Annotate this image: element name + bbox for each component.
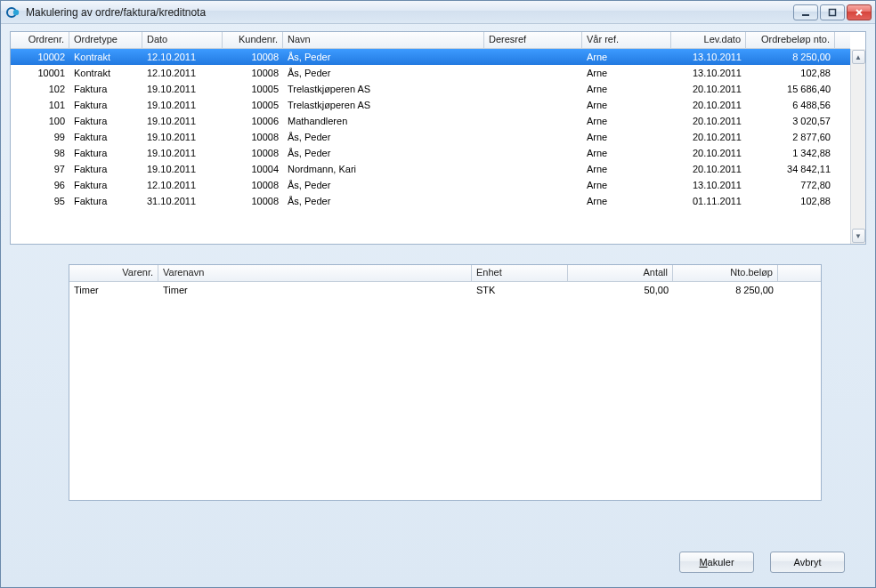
cell: 20.10.2011 [671, 148, 746, 158]
cell: 01.11.2011 [671, 196, 746, 206]
cell: 19.10.2011 [142, 132, 223, 142]
cell: Arne [582, 164, 671, 174]
cell: Faktura [69, 84, 142, 94]
avbryt-label: Avbryt [794, 557, 822, 568]
makuler-button[interactable]: Makuler [679, 552, 754, 573]
cell: Timer [158, 285, 472, 295]
cell: 20.10.2011 [671, 84, 746, 94]
detail-grid[interactable]: Varenr. Varenavn Enhet Antall Nto.beløp … [69, 264, 822, 501]
app-icon [6, 5, 20, 20]
col-enhet[interactable]: Enhet [472, 265, 568, 281]
cell: 31.10.2011 [142, 196, 223, 206]
col-dato[interactable]: Dato [142, 32, 223, 48]
cell: Arne [582, 68, 671, 78]
cell: 95 [11, 196, 69, 206]
cell: 12.10.2011 [142, 52, 223, 62]
cell: Timer [69, 285, 158, 295]
makuler-label-rest: akuler [708, 557, 734, 568]
button-bar: Makuler Avbryt [10, 539, 866, 578]
detail-grid-body[interactable]: TimerTimerSTK50,008 250,00 [69, 282, 821, 298]
col-kundenr[interactable]: Kundenr. [223, 32, 283, 48]
scroll-down-button[interactable]: ▼ [852, 229, 865, 243]
scroll-up-button[interactable]: ▲ [852, 50, 865, 64]
window-frame: Makulering av ordre/faktura/kreditnota O… [0, 0, 876, 588]
cell: 50,00 [568, 285, 673, 295]
cell: Faktura [69, 100, 142, 110]
table-row[interactable]: TimerTimerSTK50,008 250,00 [69, 282, 821, 298]
cell: Ås, Peder [283, 132, 484, 142]
col-ordrenr[interactable]: Ordrenr. [11, 32, 69, 48]
table-row[interactable]: 96Faktura12.10.201110008Ås, PederArne13.… [11, 177, 850, 193]
makuler-accel: M [699, 557, 707, 568]
cell: 97 [11, 164, 69, 174]
cell: 19.10.2011 [142, 100, 223, 110]
cell: 102,88 [746, 68, 835, 78]
cell: Faktura [69, 180, 142, 190]
col-belop[interactable]: Ordrebeløp nto. [746, 32, 835, 48]
cell: 10008 [223, 68, 283, 78]
table-row[interactable]: 99Faktura19.10.201110008Ås, PederArne20.… [11, 129, 850, 145]
table-row[interactable]: 102Faktura19.10.201110005Trelastkjøperen… [11, 81, 850, 97]
cell: 19.10.2011 [142, 84, 223, 94]
col-ntobelop[interactable]: Nto.beløp [673, 265, 778, 281]
cell: Mathandleren [283, 116, 484, 126]
table-row[interactable]: 95Faktura31.10.201110008Ås, PederArne01.… [11, 193, 850, 209]
detail-grid-header[interactable]: Varenr. Varenavn Enhet Antall Nto.beløp [69, 265, 821, 282]
cell: 772,80 [746, 180, 835, 190]
orders-grid-body[interactable]: 10002Kontrakt12.10.201110008Ås, PederArn… [11, 49, 850, 209]
col-ordretype[interactable]: Ordretype [69, 32, 142, 48]
cell: 15 686,40 [746, 84, 835, 94]
cell: Kontrakt [69, 52, 142, 62]
cell: Arne [582, 52, 671, 62]
cell: 20.10.2011 [671, 116, 746, 126]
cell: 8 250,00 [746, 52, 835, 62]
orders-scrollbar[interactable]: ▲ ▼ [850, 49, 865, 244]
cell: 6 488,56 [746, 100, 835, 110]
minimize-button[interactable] [793, 4, 818, 20]
cell: Faktura [69, 148, 142, 158]
cell: Arne [582, 116, 671, 126]
avbryt-button[interactable]: Avbryt [770, 552, 845, 573]
cell: 19.10.2011 [142, 164, 223, 174]
cell: 10008 [223, 52, 283, 62]
col-varenr[interactable]: Varenr. [69, 265, 158, 281]
titlebar[interactable]: Makulering av ordre/faktura/kreditnota [1, 1, 875, 24]
cell: 100 [11, 116, 69, 126]
table-row[interactable]: 10002Kontrakt12.10.201110008Ås, PederArn… [11, 49, 850, 65]
cell: 2 877,60 [746, 132, 835, 142]
col-navn[interactable]: Navn [283, 32, 484, 48]
cell: Nordmann, Kari [283, 164, 484, 174]
cell: Ås, Peder [283, 148, 484, 158]
scroll-track[interactable] [852, 65, 865, 228]
table-row[interactable]: 100Faktura19.10.201110006MathandlerenArn… [11, 113, 850, 129]
table-row[interactable]: 97Faktura19.10.201110004Nordmann, KariAr… [11, 161, 850, 177]
table-row[interactable]: 98Faktura19.10.201110008Ås, PederArne20.… [11, 145, 850, 161]
window-buttons [793, 4, 872, 20]
cell: Arne [582, 196, 671, 206]
col-deresref[interactable]: Deresref [484, 32, 582, 48]
table-row[interactable]: 101Faktura19.10.201110005Trelastkjøperen… [11, 97, 850, 113]
cell: Arne [582, 84, 671, 94]
cell: Ås, Peder [283, 52, 484, 62]
maximize-button[interactable] [820, 4, 845, 20]
cell: 102,88 [746, 196, 835, 206]
col-varenavn[interactable]: Varenavn [158, 265, 472, 281]
cell: Arne [582, 180, 671, 190]
cell: 13.10.2011 [671, 52, 746, 62]
cell: 13.10.2011 [671, 180, 746, 190]
cell: 10008 [223, 148, 283, 158]
col-levdato[interactable]: Lev.dato [671, 32, 746, 48]
cell: Kontrakt [69, 68, 142, 78]
cell: Faktura [69, 164, 142, 174]
orders-grid-header[interactable]: Ordrenr. Ordretype Dato Kundenr. Navn De… [11, 32, 850, 49]
close-button[interactable] [847, 4, 872, 20]
cell: Arne [582, 148, 671, 158]
cell: 99 [11, 132, 69, 142]
table-row[interactable]: 10001Kontrakt12.10.201110008Ås, PederArn… [11, 65, 850, 81]
col-varref[interactable]: Vår ref. [582, 32, 671, 48]
svg-point-1 [13, 9, 19, 14]
orders-grid[interactable]: Ordrenr. Ordretype Dato Kundenr. Navn De… [10, 31, 866, 245]
cell: 96 [11, 180, 69, 190]
cell: Trelastkjøperen AS [283, 100, 484, 110]
col-antall[interactable]: Antall [568, 265, 673, 281]
